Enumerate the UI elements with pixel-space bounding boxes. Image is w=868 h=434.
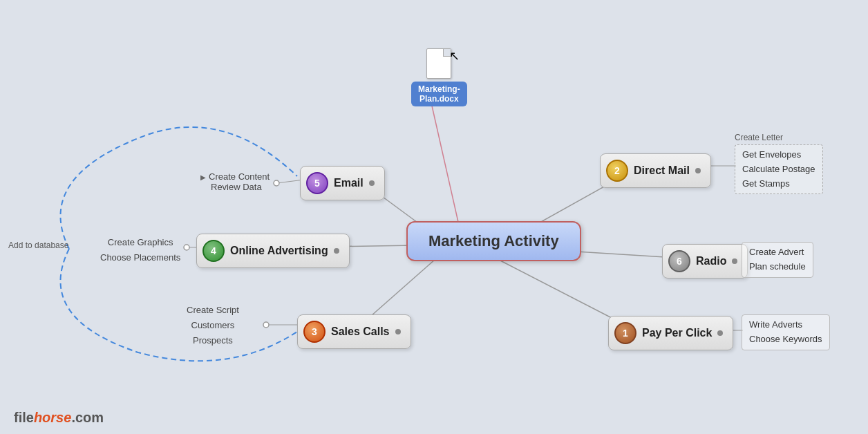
svg-point-15: [263, 322, 269, 328]
watermark-com: .com: [71, 410, 104, 425]
arrow-icon: [200, 171, 206, 182]
central-label: Marketing Activity: [428, 232, 559, 249]
sales-annot-text1: Create Script: [187, 303, 239, 318]
branch-direct-mail-label: Direct Mail: [634, 164, 690, 177]
central-node: Marketing Activity: [406, 221, 581, 261]
watermark-file: file: [14, 410, 34, 425]
watermark: filehorse.com: [14, 410, 104, 426]
ppc-item-2: Choose Keywords: [749, 332, 822, 347]
direct-mail-item-2: Calculate Postage: [742, 162, 815, 177]
badge-4: 4: [202, 240, 225, 262]
direct-mail-item-3: Get Stamps: [742, 177, 815, 191]
badge-1: 1: [614, 322, 636, 344]
email-annot-text1: Create Content: [209, 171, 270, 182]
connector-dot: [717, 330, 723, 336]
branch-sales-label: Sales Calls: [331, 326, 390, 338]
branch-online-advertising: 4 Online Advertising: [196, 234, 350, 268]
branch-radio: 6 Radio: [662, 244, 748, 279]
connector-dot: [695, 168, 701, 173]
branch-email-label: Email: [334, 177, 364, 189]
email-annotation: Create Content Review Data: [200, 171, 270, 192]
connector-dot: [334, 248, 339, 254]
file-shape: [426, 48, 451, 79]
badge-6: 6: [668, 250, 690, 272]
badge-5: 5: [306, 172, 328, 194]
watermark-horse: horse: [34, 410, 71, 425]
cursor-icon: ↖: [449, 48, 460, 64]
direct-mail-item-1: Get Envelopes: [742, 148, 815, 162]
connector-dot: [369, 180, 375, 186]
email-annot-text2: Review Data: [200, 182, 270, 192]
online-annot-text2: Choose Placements: [100, 250, 180, 265]
connector-dot: [395, 329, 401, 334]
branch-pay-per-click: 1 Pay Per Click: [608, 316, 733, 350]
svg-point-13: [274, 180, 279, 186]
branch-radio-label: Radio: [696, 255, 726, 267]
svg-line-6: [430, 97, 460, 228]
svg-point-14: [184, 245, 189, 250]
branch-online-label: Online Advertising: [230, 245, 328, 257]
radio-item-2: Plan schedule: [749, 260, 806, 274]
badge-2: 2: [606, 160, 628, 182]
branch-direct-mail: 2 Direct Mail: [600, 153, 711, 188]
radio-list: Create Advert Plan schedule: [742, 242, 813, 278]
branch-sales-calls: 3 Sales Calls: [297, 314, 411, 349]
connector-dot: [732, 258, 737, 264]
add-to-database-label: Add to database: [8, 240, 68, 250]
sales-annot-text2: Customers: [187, 318, 239, 333]
sales-annot-text3: Prospects: [187, 333, 239, 348]
branch-email: 5 Email: [300, 166, 385, 200]
email-annot-line1: Create Content: [200, 171, 270, 182]
sales-annotation: Create Script Customers Prospects: [187, 303, 239, 348]
file-icon-node: ↖ Marketing-Plan.docx: [411, 48, 467, 106]
ppc-item-1: Write Adverts: [749, 318, 822, 332]
pay-per-click-list: Write Adverts Choose Keywords: [742, 314, 830, 350]
direct-mail-list-title: Create Letter: [735, 133, 823, 142]
online-annotation: Create Graphics Choose Placements: [100, 235, 180, 265]
direct-mail-list: Create Letter Get Envelopes Calculate Po…: [735, 133, 823, 194]
badge-3: 3: [303, 321, 326, 343]
file-label: Marketing-Plan.docx: [411, 82, 467, 106]
online-annot-text1: Create Graphics: [100, 235, 180, 250]
branch-pay-per-click-label: Pay Per Click: [642, 327, 712, 339]
radio-item-1: Create Advert: [749, 245, 806, 260]
